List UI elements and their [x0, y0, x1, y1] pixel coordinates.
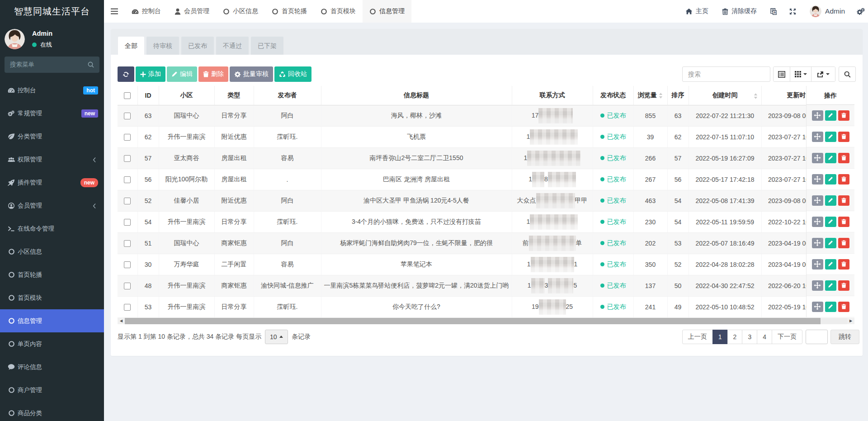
svg-text:A: A: [774, 10, 776, 14]
